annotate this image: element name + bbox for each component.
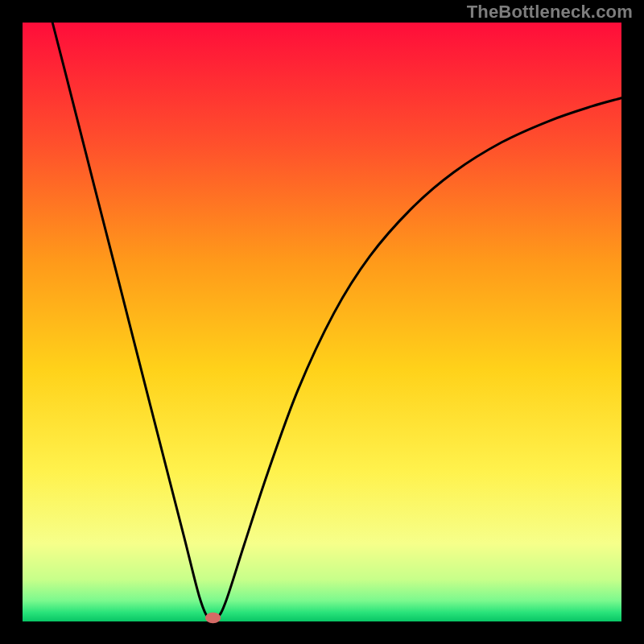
watermark-text: TheBottleneck.com [467, 2, 633, 23]
gradient-background [23, 23, 621, 621]
min-marker [205, 613, 221, 623]
bottleneck-chart [0, 0, 644, 644]
chart-frame: TheBottleneck.com [0, 0, 644, 644]
